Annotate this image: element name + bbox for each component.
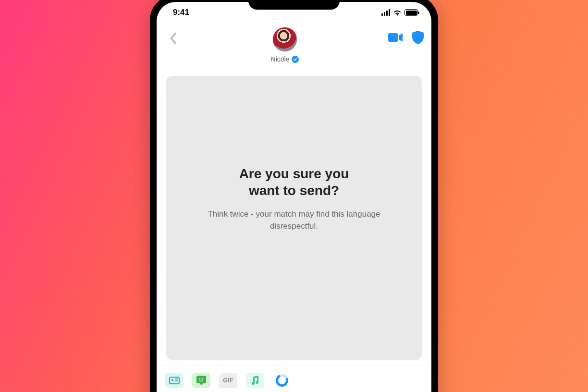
chat-body: Are you sure you want to send? Think twi…: [157, 69, 431, 366]
contact-card-button[interactable]: [165, 373, 184, 388]
compose-toolbar: GIF: [157, 366, 431, 392]
profile-section[interactable]: Nicole: [271, 27, 299, 63]
warning-title: Are you sure you want to send?: [239, 165, 349, 199]
username-row: Nicole: [271, 55, 299, 63]
loading-button[interactable]: [273, 373, 291, 388]
warning-card: Are you sure you want to send? Think twi…: [166, 76, 422, 360]
ring-icon: [274, 372, 290, 388]
sticker-button[interactable]: [192, 373, 210, 388]
svg-point-2: [172, 379, 173, 381]
music-button[interactable]: [246, 373, 264, 388]
status-time: 9:41: [173, 8, 189, 17]
gif-button[interactable]: GIF: [219, 373, 237, 388]
warning-subtitle: Think twice - your match may find this l…: [208, 208, 380, 232]
status-indicators: [381, 9, 418, 16]
phone-screen: 9:41 Nicol: [157, 2, 431, 392]
shield-button[interactable]: [412, 31, 424, 44]
svg-rect-0: [388, 33, 398, 42]
header-actions: [388, 31, 424, 44]
video-call-button[interactable]: [388, 32, 403, 43]
wifi-icon: [393, 9, 402, 16]
battery-icon: [404, 9, 418, 16]
phone-frame: 9:41 Nicol: [150, 0, 438, 392]
svg-point-7: [202, 378, 204, 380]
chat-header: Nicole: [157, 23, 431, 69]
phone-notch: [248, 0, 340, 10]
signal-icon: [381, 9, 391, 16]
username: Nicole: [271, 55, 290, 63]
verified-badge-icon: [292, 56, 299, 63]
svg-rect-5: [196, 376, 206, 383]
avatar: [272, 27, 297, 52]
back-button[interactable]: [164, 30, 182, 47]
svg-point-6: [199, 378, 201, 380]
